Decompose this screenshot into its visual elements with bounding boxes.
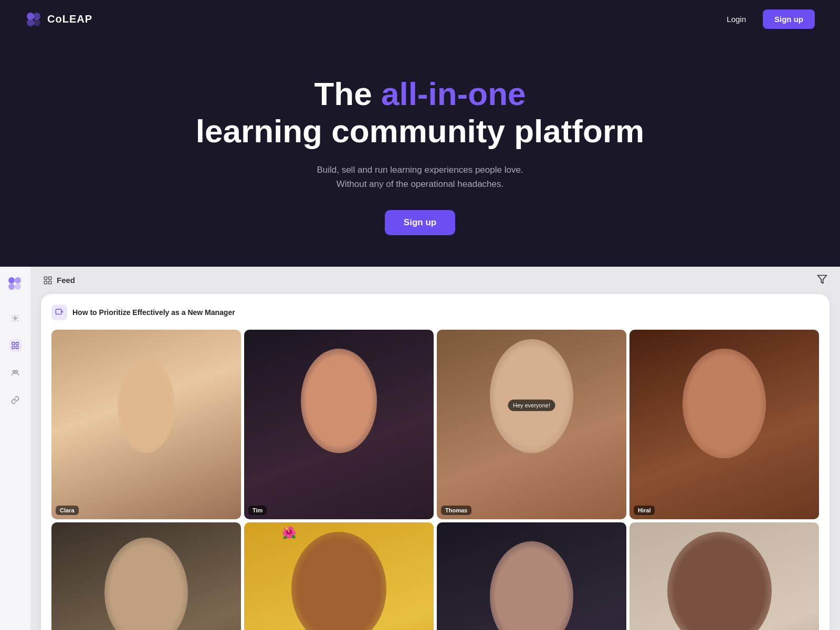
- hero-suffix: learning community platform: [196, 113, 644, 149]
- name-badge-tim: Tim: [248, 506, 267, 515]
- video-card: How to Prioritize Effectively as a New M…: [41, 294, 830, 630]
- app-preview: Feed How to Priorit: [0, 267, 840, 630]
- hero-sub1: Build, sell and run learning experiences…: [317, 165, 523, 175]
- svg-point-2: [27, 19, 34, 26]
- hero-headline: The all-in-one learning community platfo…: [10, 75, 830, 150]
- name-badge-clara: Clara: [56, 506, 79, 515]
- signup-hero-button[interactable]: Sign up: [385, 210, 455, 235]
- hero-section: The all-in-one learning community platfo…: [0, 38, 840, 267]
- feed-icon: [43, 276, 52, 285]
- svg-rect-15: [44, 277, 47, 279]
- svg-marker-19: [818, 275, 827, 283]
- feed-label-text: Feed: [57, 276, 75, 285]
- video-cell-hiral[interactable]: Hiral: [629, 330, 819, 519]
- sidebar-logo-icon: [7, 276, 23, 292]
- svg-rect-17: [44, 281, 47, 284]
- coleap-logo-icon: [25, 11, 42, 28]
- hero-accent: all-in-one: [381, 76, 526, 112]
- svg-point-6: [8, 284, 15, 290]
- svg-point-7: [15, 284, 21, 290]
- svg-rect-20: [56, 309, 61, 314]
- name-badge-thomas: Thomas: [441, 506, 471, 515]
- svg-rect-16: [49, 277, 51, 279]
- hero-subtext: Build, sell and run learning experiences…: [10, 163, 830, 191]
- signup-nav-button[interactable]: Sign up: [763, 9, 815, 29]
- hero-sub2: Without any of the operational headaches…: [337, 179, 504, 189]
- logo-text: CoLEAP: [47, 13, 92, 25]
- video-cell-thomas[interactable]: Hey everyone! Thomas: [437, 330, 626, 519]
- video-cell-lola[interactable]: 🌺 Lola: [244, 522, 434, 630]
- video-card-title: How to Prioritize Effectively as a New M…: [72, 308, 235, 317]
- main-content: Feed How to Priorit: [30, 267, 840, 630]
- video-grid: Clara Tim Hey everyone! Thomas: [51, 330, 819, 630]
- svg-point-5: [15, 277, 21, 284]
- main-header: Feed: [30, 267, 840, 294]
- video-card-icon: [51, 304, 67, 320]
- svg-point-14: [16, 370, 18, 372]
- nav-actions: Login Sign up: [718, 9, 815, 29]
- svg-rect-9: [12, 342, 15, 345]
- video-cell-mark[interactable]: Mark: [51, 522, 241, 630]
- video-cell-okoye[interactable]: 👋 Okoye: [629, 522, 819, 630]
- svg-point-8: [14, 317, 16, 319]
- svg-point-0: [27, 13, 34, 20]
- sidebar: [0, 267, 30, 630]
- login-button[interactable]: Login: [718, 10, 754, 28]
- video-cell-tim[interactable]: Tim: [244, 330, 434, 519]
- logo: CoLEAP: [25, 11, 92, 28]
- video-cell-clara[interactable]: Clara: [51, 330, 241, 519]
- feed-label-container: Feed: [43, 276, 75, 285]
- svg-rect-11: [12, 346, 15, 349]
- speech-bubble-thomas: Hey everyone!: [508, 400, 555, 411]
- filter-button[interactable]: [817, 274, 827, 287]
- sidebar-item-link[interactable]: [9, 394, 22, 406]
- sidebar-item-settings[interactable]: [9, 312, 22, 324]
- sidebar-item-group[interactable]: [9, 366, 22, 379]
- svg-point-1: [33, 13, 40, 20]
- svg-point-4: [8, 277, 15, 284]
- video-card-header: How to Prioritize Effectively as a New M…: [51, 304, 819, 320]
- name-badge-hiral: Hiral: [634, 506, 655, 515]
- svg-point-3: [33, 19, 40, 26]
- svg-rect-18: [49, 281, 51, 284]
- navbar: CoLEAP Login Sign up: [0, 0, 840, 38]
- hero-prefix: The: [314, 76, 381, 112]
- svg-point-13: [13, 370, 15, 372]
- app-window: Feed How to Priorit: [0, 267, 840, 630]
- svg-rect-10: [16, 342, 18, 345]
- svg-rect-12: [16, 346, 18, 349]
- sidebar-item-feed[interactable]: [9, 339, 22, 352]
- video-cell-you[interactable]: You: [437, 522, 626, 630]
